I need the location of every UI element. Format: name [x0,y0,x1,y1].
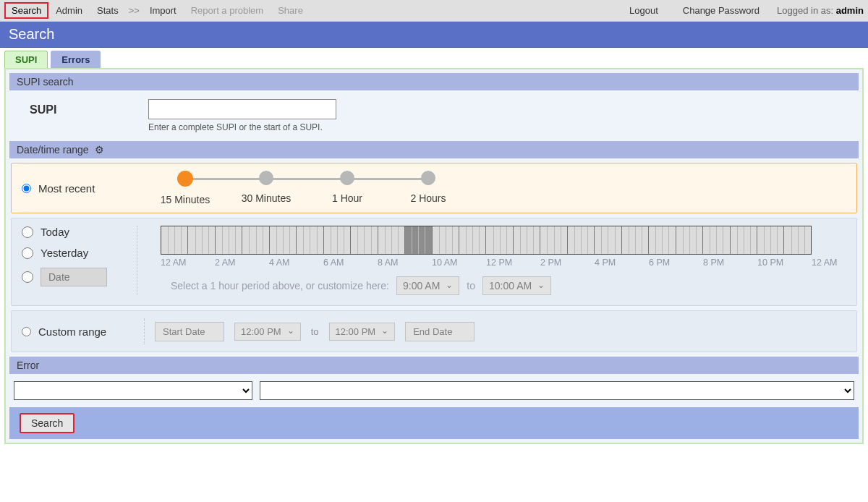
tab-errors[interactable]: Errors [51,51,101,68]
hour-label: 12 AM [161,258,215,268]
supi-section-body: SUPI Enter a complete SUPI or the start … [11,93,857,138]
hour-cell[interactable] [188,226,215,254]
to-time-select[interactable]: 10:00 AM [482,276,551,295]
hour-cell[interactable] [568,226,595,254]
logged-in-label: Logged in as: admin [777,5,864,16]
gear-icon[interactable] [95,144,104,156]
chevron-down-icon [287,326,294,337]
custom-to-word: to [311,326,319,337]
start-time-value: 12:00 PM [241,326,281,337]
nav-share: Share [271,2,310,19]
recent-caption-30min: 30 Minutes [242,192,291,204]
radio-most-recent[interactable] [22,184,31,193]
hour-cell[interactable] [486,226,513,254]
recent-stop-1hr[interactable] [340,171,354,185]
search-button[interactable]: Search [20,413,75,433]
most-recent-label: Most recent [38,182,95,195]
end-time-select[interactable]: 12:00 PM [329,323,396,341]
supi-section-header: SUPI search [9,73,859,90]
hour-cell[interactable] [540,226,567,254]
recent-slider: 15 Minutes 30 Minutes 1 Hour 2 Hours [145,171,469,205]
radio-today[interactable] [22,226,33,238]
hour-cell[interactable] [757,226,784,254]
radio-custom-range[interactable] [22,327,31,336]
hour-cell[interactable] [459,226,486,254]
hour-cell[interactable] [378,226,405,254]
top-nav: Search Admin Stats >> Import Report a pr… [0,0,868,22]
nav-search[interactable]: Search [4,2,48,19]
hour-cell[interactable] [433,226,459,254]
hour-cell[interactable] [676,226,703,254]
hour-label: 6 PM [649,258,703,268]
page-title-bar: Search [0,22,868,48]
hour-label: 10 AM [432,258,486,268]
supi-input[interactable] [148,99,336,119]
recent-caption-2hr: 2 Hours [410,192,446,204]
end-date-input[interactable]: End Date [405,322,475,341]
tabs: SUPI Errors [0,48,868,68]
hour-label: 8 PM [703,258,757,268]
hour-label: 10 PM [757,258,812,268]
radio-yesterday[interactable] [22,247,33,259]
nav-more-icon[interactable]: >> [126,5,142,16]
hour-label: 4 PM [595,258,649,268]
supi-section-title: SUPI search [17,76,74,88]
supi-label: SUPI [18,99,148,116]
to-word: to [467,280,475,292]
hour-cell[interactable] [297,226,323,254]
tab-supi[interactable]: SUPI [4,51,48,68]
nav-import[interactable]: Import [142,2,184,19]
custom-range-card: Custom range Start Date 12:00 PM to 12:0… [11,310,857,352]
from-time-select[interactable]: 9:00 AM [396,276,459,295]
recent-stop-2hr[interactable] [421,171,435,185]
hour-cell[interactable] [731,226,757,254]
error-category-select[interactable] [14,381,252,400]
custom-range-label: Custom range [38,326,106,338]
hour-cell[interactable] [270,226,297,254]
start-date-input[interactable]: Start Date [155,322,224,341]
hour-cell[interactable] [784,226,810,254]
datetime-section-title: Date/time range [17,144,89,156]
radio-date[interactable] [22,271,33,283]
error-value-select[interactable] [260,381,854,400]
start-time-select[interactable]: 12:00 PM [234,323,301,341]
hour-grid-labels: 12 AM2 AM4 AM6 AM8 AM10 AM12 PM2 PM4 PM6… [161,258,812,268]
logged-in-user: admin [836,5,864,16]
datetime-section-header: Date/time range [9,141,859,158]
nav-logout[interactable]: Logout [622,2,665,19]
hour-cell[interactable] [216,226,242,254]
nav-stats[interactable]: Stats [90,2,126,19]
day-card: Today Yesterday Date 12 AM2 AM4 AM6 AM8 … [11,218,857,306]
error-section-body [8,375,860,406]
yesterday-label: Yesterday [41,247,88,259]
hour-cell[interactable] [242,226,269,254]
hour-cell[interactable] [351,226,378,254]
page-title: Search [9,26,54,42]
error-section-title: Error [17,360,39,371]
hour-label: 8 AM [378,258,432,268]
nav-report-problem: Report a problem [184,2,271,19]
nav-admin[interactable]: Admin [48,2,90,19]
hour-cell[interactable] [595,226,621,254]
search-page: SUPI search SUPI Enter a complete SUPI o… [4,68,864,444]
hour-cell[interactable] [324,226,351,254]
hour-cell[interactable] [622,226,649,254]
error-section-header: Error [9,357,859,374]
from-time-value: 9:00 AM [403,280,440,292]
recent-stop-30min[interactable] [259,171,273,185]
hour-label: 2 PM [540,258,595,268]
hour-cell[interactable] [649,226,676,254]
hour-grid[interactable] [161,226,812,255]
hour-cell[interactable] [161,226,188,254]
recent-stop-15min[interactable] [177,171,193,187]
nav-change-password[interactable]: Change Password [676,2,767,19]
hour-cell[interactable] [703,226,730,254]
chevron-down-icon [537,280,545,292]
logged-in-prefix: Logged in as: [777,5,836,16]
hour-cell[interactable] [514,226,540,254]
most-recent-card: Most recent 15 Minutes 30 Minutes 1 Hour [11,163,857,213]
recent-caption-1hr: 1 Hour [332,192,362,204]
date-picker[interactable]: Date [41,268,107,286]
hour-label: 12 PM [486,258,540,268]
hour-cell[interactable] [405,226,432,254]
